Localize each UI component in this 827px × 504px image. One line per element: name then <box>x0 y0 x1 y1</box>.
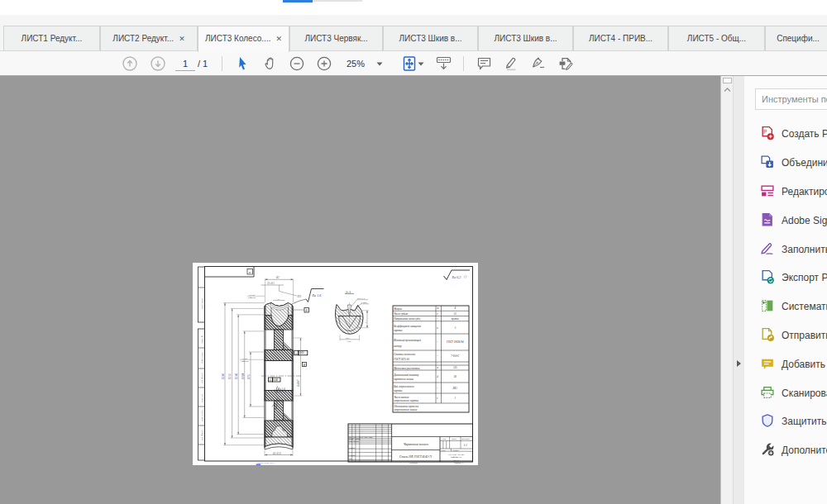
svg-text:Масса: Масса <box>451 438 457 440</box>
svg-text:Межосевое расстояние: Межосевое расстояние <box>393 367 420 370</box>
svg-text:Ra 1.6: Ra 1.6 <box>312 293 323 297</box>
svg-text:А-А: А-А <box>345 290 351 294</box>
svg-text:Ra 1.6: Ra 1.6 <box>278 390 286 393</box>
svg-text:Исходный производящий: Исходный производящий <box>393 338 421 342</box>
svg-text:R2.5 4.5: R2.5 4.5 <box>356 297 366 300</box>
svg-text:Инв. № подл.: Инв. № подл. <box>201 429 203 441</box>
svg-text:⊥: ⊥ <box>295 351 299 355</box>
svg-text:Инв. № дубл.: Инв. № дубл. <box>201 373 203 384</box>
svg-text:Утв.: Утв. <box>349 458 353 459</box>
svg-text:Подп. и дата: Подп. и дата <box>201 410 203 422</box>
svg-text:Направление линии зуба: Направление линии зуба <box>393 317 420 321</box>
svg-text:Ø245: Ø245 <box>235 373 238 380</box>
svg-text:52: 52 <box>454 312 457 316</box>
svg-text:Делительный диаметр: Делительный диаметр <box>393 373 419 377</box>
svg-text:ГОСТ 3675-81: ГОСТ 3675-81 <box>393 358 409 361</box>
svg-text:Ø75: Ø75 <box>247 374 251 380</box>
svg-text:Степень точности: Степень точности <box>394 353 415 356</box>
svg-text:червяка: червяка <box>394 389 403 392</box>
svg-text:-: - <box>437 387 437 390</box>
svg-text:R21: R21 <box>297 295 303 298</box>
svg-text:R3max: R3max <box>361 302 368 304</box>
svg-text:Сталь 20Х ГОСТ 4543-71: Сталь 20Х ГОСТ 4543-71 <box>399 455 433 459</box>
svg-text:Перв. прим.: Перв. прим. <box>201 298 203 310</box>
svg-text:P: P <box>763 129 767 135</box>
svg-text:Ø27: Ø27 <box>345 336 351 340</box>
svg-text:Н.контр.: Н.контр. <box>348 454 356 456</box>
svg-text:Т.контр.: Т.контр. <box>349 447 356 449</box>
svg-text:23±0.1: 23±0.1 <box>267 282 275 285</box>
svg-text:Листов 1: Листов 1 <box>452 449 459 451</box>
svg-text:◎: ◎ <box>269 378 271 382</box>
svg-text:КОМПАС-3D v17.1: КОМПАС-3D v17.1 <box>257 462 275 464</box>
svg-text:Коэффициент смещения: Коэффициент смещения <box>393 325 421 328</box>
svg-text:червячного колеса: червячного колеса <box>394 378 414 381</box>
svg-text:Формат А3: Формат А3 <box>454 462 464 464</box>
svg-text:0.05: 0.05 <box>299 351 304 354</box>
svg-text:0.08: 0.08 <box>273 378 278 382</box>
svg-text:Копировал: Копировал <box>409 462 418 464</box>
svg-text:правое: правое <box>452 317 459 321</box>
svg-text:Подп. и дата: Подп. и дата <box>201 352 203 364</box>
svg-text:Взам. инв.: Взам. инв. <box>201 393 203 402</box>
svg-text:1:1: 1:1 <box>464 444 468 447</box>
svg-text:Ø104: Ø104 <box>241 373 245 380</box>
svg-text:Лит.: Лит. <box>442 438 447 440</box>
svg-text:Число витков: Число витков <box>394 396 409 399</box>
svg-text:Лист: Лист <box>441 449 446 451</box>
svg-text:-: - <box>437 340 437 344</box>
svg-text:42: 42 <box>276 276 280 279</box>
svg-text:-: - <box>437 354 437 358</box>
svg-text:контур: контур <box>394 345 402 348</box>
svg-text:50: 50 <box>454 375 457 378</box>
svg-text:ГОСТ 19036-94: ГОСТ 19036-94 <box>446 340 464 344</box>
svg-text:Ø45Н7: Ø45Н7 <box>297 379 300 388</box>
svg-text:42±0.31: 42±0.31 <box>273 452 281 455</box>
svg-text:Вид сопряженного: Вид сопряженного <box>394 385 414 388</box>
svg-text:+0.06: +0.06 <box>347 340 352 343</box>
svg-text:7-6-6-С: 7-6-6-С <box>451 354 460 358</box>
svg-text:Справ. №: Справ. № <box>201 335 203 344</box>
svg-text:-1: -1 <box>454 326 457 330</box>
svg-text:125: 125 <box>453 366 457 369</box>
svg-text:Ø252: Ø252 <box>228 373 232 380</box>
svg-text:Пров. Иванов: Пров. Иванов <box>348 440 359 442</box>
svg-text:Ø260: Ø260 <box>222 373 225 380</box>
svg-text:Модуль: Модуль <box>393 307 402 311</box>
svg-text:ZК1: ZК1 <box>453 387 458 390</box>
svg-text:червяка: червяка <box>394 329 403 332</box>
svg-text:-: - <box>437 362 437 365</box>
svg-text:2 фаски: 2 фаски <box>248 296 256 299</box>
svg-text:4.5: 4.5 <box>364 320 367 323</box>
svg-text:1 фаска: 1 фаска <box>241 359 249 363</box>
svg-text:-: - <box>437 317 437 321</box>
svg-text:Масштаб: Масштаб <box>461 438 470 440</box>
svg-text:-: - <box>455 362 456 365</box>
svg-text:Червячное колесо: Червячное колесо <box>404 442 428 446</box>
svg-text:сопряженного червяка: сопряженного червяка <box>394 399 418 402</box>
svg-text:Число зубьев: Число зубьев <box>394 312 409 316</box>
svg-text:сопряженного колеса: сопряженного колеса <box>394 408 418 411</box>
